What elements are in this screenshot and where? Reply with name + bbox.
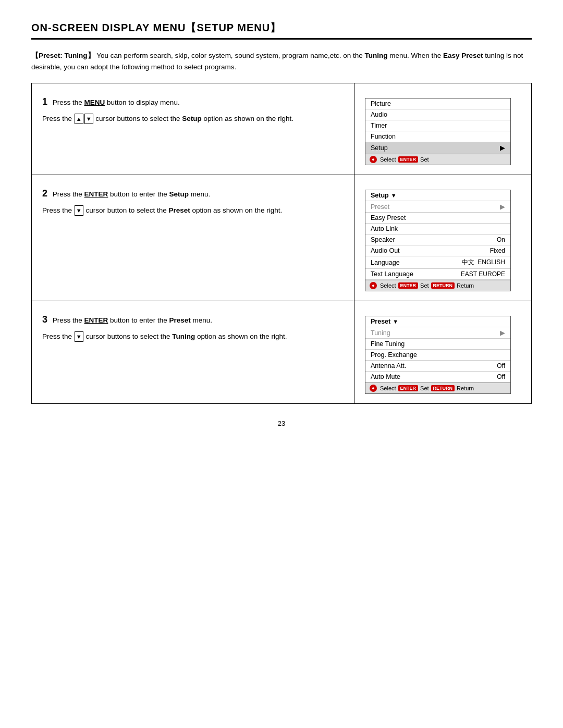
menu-item-picture: Picture: [365, 98, 510, 109]
menu-item-setup: Setup ▶: [365, 142, 510, 154]
return-label-2: Return: [457, 282, 474, 289]
menu-item-speaker-label: Speaker: [371, 236, 395, 243]
menu-keyword: MENU: [84, 98, 105, 106]
step-2-instruction2: Press the ▼ cursor button to select the …: [42, 205, 344, 217]
set-label-2: Set: [420, 282, 429, 289]
tuning-keyword: Tuning: [172, 332, 195, 340]
section-3-menu-title-row: Preset ▼: [365, 316, 510, 327]
section-2-menu-footer: ● Select ENTER Set RETURN Return: [365, 280, 510, 291]
set-label-3: Set: [420, 385, 429, 391]
menu-item-prog-exchange-label: Prog. Exchange: [371, 351, 417, 359]
menu-item-text-language-label: Text Language: [371, 270, 413, 278]
menu-item-function: Function: [365, 131, 510, 142]
return-label-3: Return: [457, 385, 474, 391]
menu-item-fine-tuning: Fine Tuning: [365, 339, 510, 350]
section-2: 2 Press the ENTER button to enter the Se…: [31, 175, 532, 301]
select-label-2: Select: [380, 282, 396, 289]
section-1-right: Picture Audio Timer Function Setup ▶ ● S…: [354, 83, 531, 175]
enter-keyword-2: ENTER: [84, 190, 108, 198]
down-cursor-icon: ▼: [84, 114, 93, 125]
menu-item-speaker-value: On: [497, 236, 505, 243]
menu-item-setup-label: Setup: [371, 144, 388, 152]
section-1: 1 Press the MENU button to display menu.…: [31, 83, 532, 175]
odo-select-icon: ●: [370, 156, 377, 163]
section-1-left: 1 Press the MENU button to display menu.…: [32, 83, 354, 175]
page-title: ON-SCREEN DISPLAY MENU【SETUP MENU】: [31, 21, 532, 40]
menu-item-tuning: Tuning ▶: [365, 327, 510, 339]
menu-item-prog-exchange: Prog. Exchange: [365, 350, 510, 361]
menu-item-audio: Audio: [365, 109, 510, 120]
section-3-menu-title: Preset: [371, 318, 390, 325]
preset-keyword: Preset: [169, 206, 190, 214]
enter-badge-3: ENTER: [398, 385, 419, 391]
menu-item-easy-preset: Easy Preset: [365, 213, 510, 224]
intro-paragraph: 【Preset: Tuning】 You can perform search,…: [31, 50, 532, 72]
section-2-menu: Setup ▼ Preset ▶ Easy Preset Auto Link S…: [365, 190, 511, 291]
section-1-menu: Picture Audio Timer Function Setup ▶ ● S…: [365, 98, 511, 165]
menu-item-audio-out-value: Fixed: [490, 247, 505, 254]
menu-item-preset-label: Preset: [371, 203, 389, 211]
page-number: 23: [31, 419, 532, 427]
menu-item-antenna-att-value: Off: [497, 362, 505, 369]
menu-item-audio-out: Audio Out Fixed: [365, 245, 510, 256]
return-badge-3: RETURN: [431, 385, 455, 391]
menu-item-auto-link-label: Auto Link: [371, 225, 398, 232]
enter-badge: ENTER: [398, 156, 419, 163]
section-2-menu-title: Setup: [371, 192, 389, 199]
step-3-instruction1: 3 Press the ENTER button to enter the Pr…: [42, 312, 344, 328]
intro-text1: You can perform search, skip, color syst…: [95, 52, 365, 59]
enter-keyword-3: ENTER: [84, 316, 108, 324]
section-3-left: 3 Press the ENTER button to enter the Pr…: [32, 301, 354, 403]
menu-item-auto-mute: Auto Mute Off: [365, 372, 510, 382]
set-label: Set: [420, 156, 429, 163]
menu-item-antenna-att: Antenna Att. Off: [365, 361, 510, 372]
preset-down-arrow: ▼: [393, 318, 398, 325]
menu-item-text-language: Text Language EAST EUROPE: [365, 269, 510, 280]
menu-item-tuning-label: Tuning: [371, 329, 390, 337]
step-1-instruction1: 1 Press the MENU button to display menu.: [42, 94, 344, 110]
setup-down-arrow: ▼: [391, 192, 397, 199]
menu-item-language: Language 中文 ENGLISH: [365, 256, 510, 269]
menu-item-timer: Timer: [365, 120, 510, 131]
menu-item-auto-link: Auto Link: [365, 224, 510, 235]
menu-item-language-label: Language: [371, 259, 400, 266]
section-2-right: Setup ▼ Preset ▶ Easy Preset Auto Link S…: [354, 175, 531, 301]
menu-item-audio-label: Audio: [371, 111, 387, 118]
return-badge-2: RETURN: [431, 282, 455, 289]
menu-item-text-language-value: EAST EUROPE: [461, 270, 505, 278]
down-cursor-icon-2: ▼: [75, 205, 83, 216]
enter-badge-2: ENTER: [398, 282, 419, 289]
section-3-menu-footer: ● Select ENTER Set RETURN Return: [365, 382, 510, 393]
section-2-menu-title-row: Setup ▼: [365, 190, 510, 201]
step-3-number: 3: [42, 314, 47, 325]
step-1-instruction2: Press the ▲▼ cursor buttons to select th…: [42, 113, 344, 125]
menu-item-auto-mute-label: Auto Mute: [371, 373, 400, 380]
section-2-left: 2 Press the ENTER button to enter the Se…: [32, 175, 354, 301]
setup-keyword: Setup: [182, 115, 202, 122]
intro-bracket: 【Preset: Tuning】: [31, 52, 95, 59]
menu-item-picture-label: Picture: [371, 100, 391, 107]
step-2-number: 2: [42, 188, 47, 199]
preset-keyword-3: Preset: [169, 316, 190, 324]
section-3-menu-container: Preset ▼ Tuning ▶ Fine Tuning Prog. Exch…: [365, 311, 511, 394]
select-label-3: Select: [380, 385, 396, 391]
intro-bold2: Easy Preset: [443, 52, 483, 59]
intro-bold1: Tuning: [365, 52, 388, 59]
menu-item-audio-out-label: Audio Out: [371, 247, 400, 254]
tuning-arrow-right: ▶: [500, 329, 505, 337]
section-1-menu-footer: ● Select ENTER Set: [365, 154, 510, 165]
menu-item-timer-label: Timer: [371, 122, 387, 129]
section-3-menu: Preset ▼ Tuning ▶ Fine Tuning Prog. Exch…: [365, 316, 511, 394]
step-1-number: 1: [42, 96, 47, 107]
menu-item-language-value: 中文 ENGLISH: [462, 258, 505, 267]
setup-arrow-right: ▶: [500, 144, 505, 152]
menu-item-easy-preset-label: Easy Preset: [371, 214, 406, 221]
preset-arrow-right: ▶: [500, 203, 505, 211]
menu-item-speaker: Speaker On: [365, 235, 510, 245]
setup-keyword-2: Setup: [169, 190, 189, 198]
section-3-right: Preset ▼ Tuning ▶ Fine Tuning Prog. Exch…: [354, 301, 531, 403]
step-3-instruction2: Press the ▼ cursor buttons to select the…: [42, 331, 344, 343]
section-3: 3 Press the ENTER button to enter the Pr…: [31, 301, 532, 404]
menu-item-preset: Preset ▶: [365, 201, 510, 213]
section-1-menu-container: Picture Audio Timer Function Setup ▶ ● S…: [365, 93, 511, 165]
